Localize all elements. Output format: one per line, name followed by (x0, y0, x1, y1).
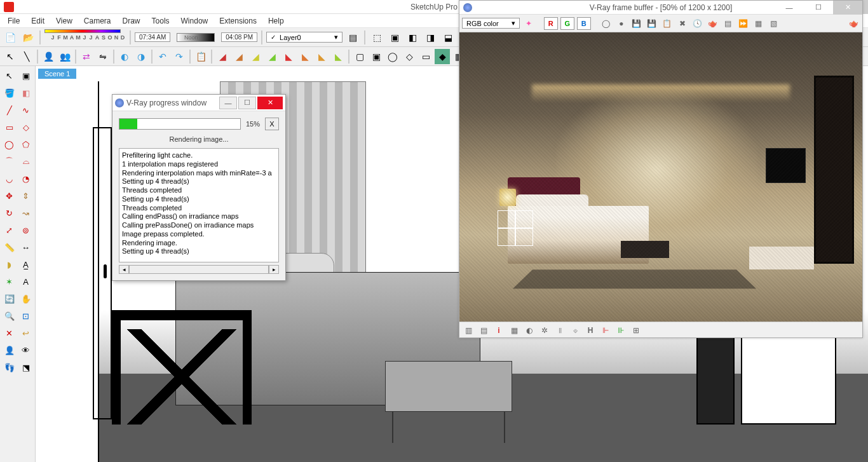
duplicate-icon[interactable]: ▧ (768, 17, 780, 30)
sandbox-c-icon[interactable]: ◢ (248, 49, 263, 64)
zoom-icon[interactable]: 🔍 (1, 308, 17, 324)
polygon-icon[interactable]: ⬠ (18, 136, 34, 153)
arc3-icon[interactable]: ◡ (1, 170, 17, 187)
line-tool-icon[interactable]: ╲ (19, 49, 34, 64)
vray-frame-buffer-window[interactable]: V-Ray frame buffer - [50% of 1200 x 1200… (459, 0, 863, 338)
section-icon[interactable]: ◐ (117, 49, 132, 64)
open-file-icon[interactable]: 📂 (20, 30, 36, 45)
sandbox-d-icon[interactable]: ◢ (264, 49, 280, 64)
arc-icon[interactable]: ⌒ (1, 153, 17, 170)
followme-icon[interactable]: ↝ (18, 205, 34, 221)
track-icon[interactable]: ⏩ (737, 17, 750, 30)
h-icon[interactable]: H (584, 324, 597, 337)
menu-window[interactable]: Window (176, 15, 214, 27)
stamp-icon[interactable]: ✲ (538, 324, 551, 337)
show-corrections-icon[interactable]: ▤ (477, 324, 490, 337)
menu-help[interactable]: Help (263, 15, 289, 27)
compare-h-icon[interactable]: ⊩ (599, 324, 612, 337)
grid-icon[interactable]: ⊞ (630, 324, 642, 337)
blue-channel-button[interactable]: B (577, 17, 591, 30)
save-image-icon[interactable]: 💾 (630, 17, 643, 30)
offset-icon[interactable]: ⊚ (18, 222, 34, 238)
channels-icon[interactable]: ✦ (522, 17, 535, 30)
menu-tools[interactable]: Tools (147, 15, 175, 27)
top-view-icon[interactable]: ▣ (387, 30, 402, 45)
teapot-icon[interactable]: 🫖 (847, 17, 860, 30)
flip-icon[interactable]: ⇄ (79, 49, 94, 64)
history-icon[interactable]: 🕓 (691, 17, 704, 30)
rotate-icon[interactable]: ↻ (1, 205, 17, 221)
paint-icon[interactable]: 🪣 (1, 85, 17, 101)
menu-extensions[interactable]: Extensions (214, 15, 262, 27)
clipboard-icon[interactable]: 📋 (193, 49, 208, 64)
month-color-bar[interactable] (44, 29, 121, 33)
render-log[interactable]: Prefiltering light cache. 1 interpolatio… (119, 148, 279, 262)
save-all-icon[interactable]: 💾 (646, 17, 658, 30)
compare-v-icon[interactable]: ⊪ (614, 324, 627, 337)
render-viewport[interactable] (459, 32, 862, 322)
protractor-icon[interactable]: ◗ (1, 256, 17, 273)
scroll-left-icon[interactable]: ◂ (119, 265, 129, 274)
levels-icon[interactable]: ⫴ (553, 324, 566, 337)
menu-view[interactable]: View (51, 15, 78, 27)
section-cut-icon[interactable]: ◑ (133, 49, 149, 64)
vpw-close-button[interactable]: ✕ (257, 97, 283, 109)
copy-icon[interactable]: 📋 (661, 17, 674, 30)
scale-icon[interactable]: ⤢ (1, 222, 17, 238)
cancel-render-button[interactable]: X (265, 118, 279, 130)
person-add-icon[interactable]: 👤 (41, 49, 56, 64)
style-b-icon[interactable]: ▣ (369, 49, 384, 64)
style-c-icon[interactable]: ◯ (385, 49, 400, 64)
sandbox-f-icon[interactable]: ◣ (297, 49, 313, 64)
vfb-minimize-button[interactable]: — (775, 1, 804, 15)
region-icon[interactable]: ▤ (722, 17, 735, 30)
zoom-extents-icon[interactable]: ✕ (1, 325, 17, 341)
look-around-icon[interactable]: 👁 (18, 342, 34, 358)
select-tool-icon[interactable]: ↖ (3, 49, 18, 64)
axes-icon[interactable]: ✶ (1, 273, 17, 290)
curve-icon[interactable]: ◐ (523, 324, 536, 337)
vray-progress-window[interactable]: V-Ray progress window — ☐ ✕ 15% X Render… (112, 94, 286, 281)
pushpull-icon[interactable]: ⇕ (18, 187, 34, 204)
iso-view-icon[interactable]: ⬚ (369, 30, 384, 45)
select-icon[interactable]: ↖ (1, 67, 17, 84)
zoom-window-icon[interactable]: ⊡ (18, 308, 34, 324)
layer-dropdown[interactable]: ✓ Layer0 ▾ (266, 32, 342, 43)
sandbox-b-icon[interactable]: ◢ (231, 49, 247, 64)
vpw-maximize-button[interactable]: ☐ (238, 97, 256, 109)
move-icon[interactable]: ✥ (1, 187, 17, 204)
red-channel-button[interactable]: R (544, 17, 558, 30)
vpw-titlebar[interactable]: V-Ray progress window — ☐ ✕ (112, 95, 285, 111)
new-file-icon[interactable]: 📄 (3, 30, 18, 45)
scene-tab[interactable]: Scene 1 (38, 69, 76, 79)
lut-icon[interactable]: ⟐ (569, 324, 581, 337)
sandbox-a-icon[interactable]: ◢ (215, 49, 230, 64)
pie-icon[interactable]: ◔ (18, 170, 34, 187)
previous-icon[interactable]: ↩ (18, 325, 34, 341)
scroll-track[interactable] (129, 265, 269, 274)
info-icon[interactable]: i (492, 324, 505, 337)
style-d-icon[interactable]: ◇ (402, 49, 417, 64)
menu-file[interactable]: File (3, 15, 25, 27)
position-camera-icon[interactable]: 👤 (1, 342, 17, 358)
mirror-icon[interactable]: ⇋ (95, 49, 111, 64)
vpw-minimize-button[interactable]: — (219, 97, 237, 109)
circle-icon[interactable]: ◯ (1, 136, 17, 153)
menu-camera[interactable]: Camera (79, 15, 116, 27)
style-f-icon[interactable]: ◆ (435, 49, 450, 64)
back-view-icon[interactable]: ⬓ (440, 30, 456, 45)
dimension-icon[interactable]: ↔ (18, 239, 34, 255)
clear-icon[interactable]: ✖ (676, 17, 689, 30)
alpha-icon[interactable]: ● (615, 17, 628, 30)
style-a-icon[interactable]: ▢ (352, 49, 367, 64)
color-corrections-icon[interactable]: ▥ (462, 324, 475, 337)
front-view-icon[interactable]: ◧ (405, 30, 420, 45)
section-plane-icon[interactable]: ⬔ (18, 359, 34, 376)
sandbox-e-icon[interactable]: ◣ (281, 49, 296, 64)
right-view-icon[interactable]: ◨ (423, 30, 438, 45)
undo-arrow-icon[interactable]: ↶ (155, 49, 170, 64)
redo-arrow-icon[interactable]: ↷ (172, 49, 187, 64)
menu-draw[interactable]: Draw (118, 15, 146, 27)
tape-icon[interactable]: 📏 (1, 239, 17, 255)
person-remove-icon[interactable]: 👥 (57, 49, 72, 64)
